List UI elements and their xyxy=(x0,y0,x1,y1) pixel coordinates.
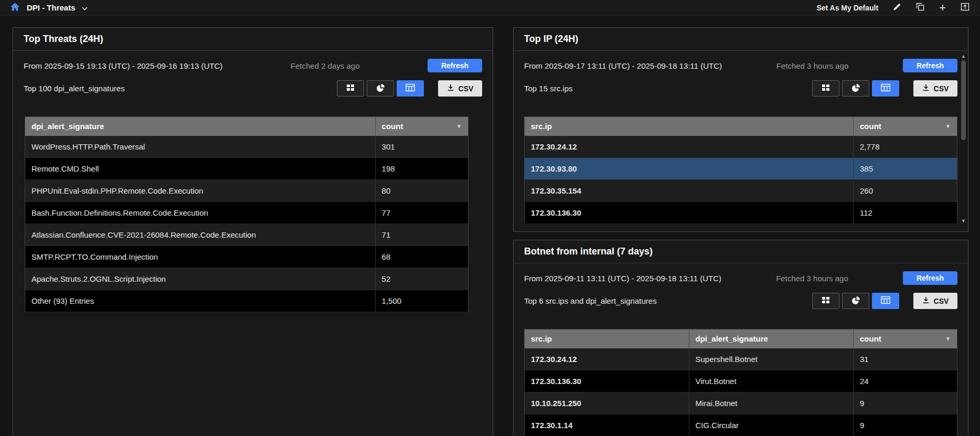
refresh-button[interactable]: Refresh xyxy=(903,271,957,285)
scroll-down-arrow[interactable]: ▼ xyxy=(960,218,967,224)
panel-title: Top IP (24H) xyxy=(514,28,968,51)
table-row[interactable]: 172.30.1.14CIG.Circular9 xyxy=(525,414,957,436)
edit-button[interactable] xyxy=(893,3,901,13)
pie-chart-icon xyxy=(851,296,860,306)
pie-view-button[interactable] xyxy=(842,80,869,97)
signature-cell: WordPress.HTTP.Path.Traversal xyxy=(25,136,376,158)
pie-view-button[interactable] xyxy=(367,80,394,97)
plus-icon: + xyxy=(939,4,946,12)
signature-cell: Remote.CMD.Shell xyxy=(25,158,376,180)
table-row[interactable]: Atlassian.Confluence.CVE-2021-26084.Remo… xyxy=(25,224,468,246)
csv-label: CSV xyxy=(934,84,949,93)
refresh-button[interactable]: Refresh xyxy=(428,59,482,72)
summary-view-button[interactable] xyxy=(812,293,839,309)
count-cell: 77 xyxy=(375,202,468,224)
table-header-row: src.ip count▼ xyxy=(525,117,957,136)
table-icon xyxy=(881,83,890,93)
signature-cell: Apache.Struts.2.OGNL.Script.Injection xyxy=(25,268,376,290)
table-view-button[interactable] xyxy=(872,293,899,309)
column-header-count[interactable]: count▼ xyxy=(854,117,957,136)
panel-top-threats: Top Threats (24H) From 2025-09-15 19:13 … xyxy=(13,27,493,436)
column-header-signature[interactable]: dpi_alert_signature xyxy=(689,329,854,348)
column-header-count[interactable]: count▼ xyxy=(375,117,468,136)
table-row[interactable]: 172.30.93.80385 xyxy=(525,158,957,180)
table-row[interactable]: 10.10.251.250Mirai.Botnet9 xyxy=(525,392,957,414)
set-as-default-button[interactable]: Set As My Default xyxy=(816,4,878,12)
table-row[interactable]: Bash.Function.Definitions.Remote.Code.Ex… xyxy=(25,202,468,224)
table-row[interactable]: 172.30.24.12Supershell.Botnet31 xyxy=(525,348,957,370)
count-cell: 52 xyxy=(375,268,468,290)
sort-desc-icon: ▼ xyxy=(456,123,462,129)
refresh-button[interactable]: Refresh xyxy=(903,59,957,72)
pie-chart-icon xyxy=(851,83,860,94)
table-row[interactable]: 172.30.136.30Virut.Botnet24 xyxy=(525,370,957,392)
table-row[interactable]: PHPUnit.Eval-stdin.PHP.Remote.Code.Execu… xyxy=(25,180,468,202)
view-controls: CSV xyxy=(812,293,957,309)
table-wrap: dpi_alert_signature count▼ WordPress.HTT… xyxy=(25,116,468,312)
clone-button[interactable] xyxy=(916,3,924,13)
view-controls: CSV xyxy=(337,80,482,97)
pie-view-button[interactable] xyxy=(842,293,869,309)
scrollbar-thumb[interactable] xyxy=(961,60,966,140)
table-view-button[interactable] xyxy=(397,80,424,97)
summary-view-button[interactable] xyxy=(337,80,364,97)
panel-top-ip: Top IP (24H) From 2025-09-17 13:11 (UTC)… xyxy=(513,27,968,232)
home-button[interactable] xyxy=(10,3,19,13)
export-button[interactable] xyxy=(961,3,970,13)
sort-desc-icon: ▼ xyxy=(945,336,951,342)
count-cell: 68 xyxy=(375,246,468,268)
table-view-button[interactable] xyxy=(872,80,899,97)
count-cell: 1,500 xyxy=(375,290,468,312)
count-cell: 385 xyxy=(854,158,957,180)
summary-view-icon xyxy=(822,83,830,93)
table-header-row: src.ip dpi_alert_signature count▼ xyxy=(525,329,957,348)
table-row[interactable]: Apache.Struts.2.OGNL.Script.Injection52 xyxy=(25,268,468,290)
srcip-cell: 172.30.24.12 xyxy=(525,348,689,370)
count-cell: 9 xyxy=(854,414,957,436)
table-row[interactable]: SMTP.RCPT.TO.Command.Injection68 xyxy=(25,246,468,268)
pencil-icon xyxy=(893,3,901,13)
count-cell: 198 xyxy=(375,158,468,180)
table-row[interactable]: Remote.CMD.Shell198 xyxy=(25,158,468,180)
signature-cell: PHPUnit.Eval-stdin.PHP.Remote.Code.Execu… xyxy=(25,180,376,202)
table-row[interactable]: 172.30.136.30112 xyxy=(525,202,957,224)
summary-view-button[interactable] xyxy=(812,80,839,97)
srcip-cell: 172.30.24.12 xyxy=(525,136,854,158)
signature-cell: Virut.Botnet xyxy=(689,370,854,392)
table-row[interactable]: WordPress.HTTP.Path.Traversal301 xyxy=(25,136,468,158)
srcip-cell: 172.30.35.154 xyxy=(525,180,854,202)
count-cell: 80 xyxy=(375,180,468,202)
table-icon xyxy=(406,83,415,93)
table-wrap: src.ip dpi_alert_signature count▼ 172.30… xyxy=(524,329,957,436)
table-row[interactable]: 172.30.24.122,778 xyxy=(525,136,957,158)
chevron-down-icon xyxy=(82,3,88,12)
count-cell: 24 xyxy=(854,370,957,392)
column-header-count[interactable]: count▼ xyxy=(854,329,957,348)
add-widget-button[interactable]: + xyxy=(939,4,946,12)
csv-download-button[interactable]: CSV xyxy=(438,80,482,97)
table-header-row: dpi_alert_signature count▼ xyxy=(25,117,468,136)
panel-title: Botnet from internal (7 days) xyxy=(514,240,968,263)
column-header-signature[interactable]: dpi_alert_signature xyxy=(25,117,376,136)
panel-subtitle: Top 15 src.ips xyxy=(524,84,573,93)
srcip-cell: 10.10.251.250 xyxy=(525,392,689,414)
dashboard-title-menu[interactable]: DPI - Threats xyxy=(27,3,88,12)
table-row[interactable]: 172.30.35.154260 xyxy=(525,180,957,202)
csv-download-button[interactable]: CSV xyxy=(913,80,957,97)
csv-download-button[interactable]: CSV xyxy=(913,293,957,309)
signature-cell: Atlassian.Confluence.CVE-2021-26084.Remo… xyxy=(25,224,376,246)
scroll-up-arrow[interactable]: ▲ xyxy=(960,53,967,59)
table-row[interactable]: Other (93) Entries1,500 xyxy=(25,290,468,312)
subtitle-row: Top 100 dpi_alert_signatures xyxy=(13,80,493,97)
panel-scrollbar[interactable]: ▲ ▼ xyxy=(960,53,967,224)
page-title: DPI - Threats xyxy=(27,3,76,12)
panel-botnet: Botnet from internal (7 days) From 2025-… xyxy=(513,240,968,436)
column-header-srcip[interactable]: src.ip xyxy=(525,329,689,348)
fetched-status: Fetched 2 days ago xyxy=(291,61,360,70)
date-range: From 2025-09-15 19:13 (UTC) - 2025-09-16… xyxy=(24,61,222,70)
info-row: From 2025-09-15 19:13 (UTC) - 2025-09-16… xyxy=(13,59,493,72)
count-cell: 71 xyxy=(375,224,468,246)
topbar-actions: Set As My Default + xyxy=(816,3,970,13)
column-header-srcip[interactable]: src.ip xyxy=(525,117,854,136)
subtitle-row: Top 15 src.ips CSV xyxy=(514,80,968,97)
